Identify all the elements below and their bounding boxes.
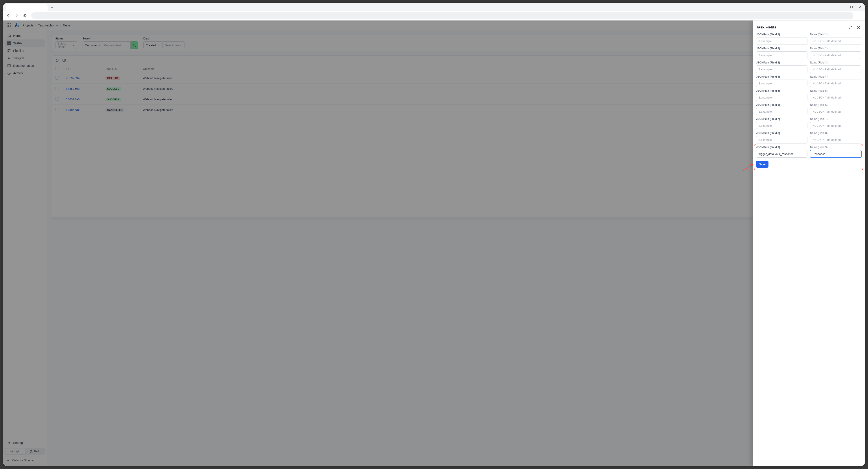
- crumb-current[interactable]: Tasks: [63, 24, 71, 27]
- crumb-projects[interactable]: Projects: [23, 24, 34, 27]
- search-button[interactable]: [131, 41, 138, 49]
- row-checkbox[interactable]: [55, 87, 59, 90]
- row-checkbox[interactable]: [55, 97, 59, 101]
- jsonpath-input-8[interactable]: [756, 136, 807, 144]
- jsonpath-label: JSONPath (Field 7): [756, 117, 807, 121]
- sidebar-item-label: Home: [13, 34, 21, 37]
- jsonpath-input-1[interactable]: [756, 37, 807, 45]
- name-input-2[interactable]: [810, 51, 861, 59]
- jsonpath-input-5[interactable]: [756, 94, 807, 101]
- row-checkbox[interactable]: [55, 108, 59, 111]
- jsonpath-input-2[interactable]: [756, 51, 807, 59]
- jsonpath-input-6[interactable]: [756, 108, 807, 115]
- name-input-3[interactable]: [810, 65, 861, 73]
- collapse-sidebar-button[interactable]: Collapse Sidebar: [5, 456, 45, 464]
- name-input-1[interactable]: [810, 37, 861, 45]
- refresh-button[interactable]: [56, 58, 59, 62]
- search-type-value: Outcome: [85, 43, 97, 47]
- theme-dark-button[interactable]: Dark: [25, 448, 45, 454]
- date-range-input[interactable]: Select dates: [163, 41, 185, 49]
- jsonpath-input-4[interactable]: [756, 80, 807, 87]
- svg-point-16: [8, 442, 9, 443]
- browser-menu-button[interactable]: ⋮: [857, 12, 863, 19]
- svg-point-6: [18, 25, 19, 27]
- sidebar-item-tasks[interactable]: Tasks: [5, 39, 45, 47]
- breadcrumb: Projects / Test webbot / Tasks: [23, 24, 71, 27]
- task-id-link[interactable]: 5603f8a6: [66, 98, 80, 101]
- task-id-link[interactable]: e6f97c94: [66, 77, 80, 80]
- table-row[interactable]: 5603f8a6SUCCESSWebbot: Navigate failed: [52, 94, 860, 105]
- sidebar-item-triggers[interactable]: Triggers: [5, 54, 45, 62]
- browser-tab[interactable]: [6, 4, 48, 11]
- sidebar-item-home[interactable]: Home: [5, 32, 45, 39]
- maximize-button[interactable]: [848, 4, 854, 10]
- horizontal-scrollbar[interactable]: [52, 217, 860, 220]
- tasks-table-card: ID Status⇅ Outcome e6f97c94FAILUREWebbot…: [52, 55, 860, 220]
- minimize-button[interactable]: [840, 4, 845, 10]
- close-drawer-button[interactable]: [856, 25, 861, 30]
- crumb-project-label: Test webbot: [38, 24, 54, 27]
- back-button[interactable]: [5, 12, 11, 19]
- svg-rect-20: [63, 59, 65, 61]
- filter-label-date: Date: [143, 37, 185, 40]
- panel-toggle-button[interactable]: [62, 58, 66, 62]
- reload-button[interactable]: [22, 12, 28, 19]
- url-bar[interactable]: [31, 12, 854, 19]
- status-select[interactable]: Select status: [55, 41, 77, 49]
- column-header-outcome[interactable]: Outcome: [140, 65, 860, 73]
- date-type-select[interactable]: Created: [143, 41, 163, 49]
- sidebar-item-label: Pipeline: [13, 49, 24, 53]
- status-badge: SUCCESS: [105, 87, 121, 91]
- forward-button[interactable]: [13, 12, 20, 19]
- svg-rect-10: [7, 43, 8, 45]
- filter-label-search: Search: [83, 37, 138, 40]
- name-input-8[interactable]: [810, 136, 861, 144]
- gear-icon: [7, 441, 11, 445]
- name-input-9[interactable]: [810, 150, 861, 157]
- save-button[interactable]: Save: [756, 161, 769, 168]
- outcome-cell: Webbot: Navigate failed: [140, 105, 860, 115]
- sidebar-item-settings[interactable]: Settings: [5, 439, 45, 446]
- brand-logo[interactable]: [14, 23, 20, 28]
- field-row-4: JSONPath (Field 4)Name (Field 4): [756, 75, 861, 87]
- column-header-status[interactable]: Status⇅: [102, 65, 140, 73]
- sidebar-item-documentation[interactable]: Documentation: [5, 62, 45, 69]
- sidebar-item-pipeline[interactable]: Pipeline: [5, 47, 45, 54]
- theme-light-button[interactable]: Light: [5, 448, 25, 454]
- outcome-cell: Webbot: Navigate failed: [140, 84, 860, 94]
- jsonpath-input-7[interactable]: [756, 122, 807, 129]
- row-checkbox[interactable]: [55, 76, 59, 80]
- name-input-5[interactable]: [810, 94, 861, 101]
- select-all-checkbox[interactable]: [55, 67, 59, 70]
- task-id-link[interactable]: 6988a7dc: [66, 108, 80, 112]
- breadcrumb-separator: /: [60, 24, 61, 27]
- close-window-button[interactable]: [858, 4, 863, 10]
- name-label: Name (Field 9): [810, 146, 861, 149]
- plus-icon: +: [51, 5, 53, 9]
- status-badge: SUCCESS: [105, 98, 121, 101]
- browser-chrome: + ⋮: [3, 3, 865, 21]
- jsonpath-input-9[interactable]: [756, 150, 807, 157]
- column-header-id[interactable]: ID: [63, 65, 102, 73]
- outcome-cell: Webbot: Navigate failed: [140, 73, 860, 84]
- breadcrumb-separator: /: [35, 24, 36, 27]
- task-id-link[interactable]: 848583ea: [66, 87, 80, 90]
- theme-light-label: Light: [14, 450, 20, 453]
- apps-grid-icon[interactable]: [7, 23, 11, 28]
- expand-drawer-button[interactable]: [847, 25, 853, 30]
- table-row[interactable]: 6988a7dcCANCELLEDWebbot: Navigate failed: [52, 105, 860, 115]
- crumb-project[interactable]: Test webbot: [38, 24, 58, 27]
- svg-point-17: [11, 451, 12, 452]
- name-input-6[interactable]: [810, 108, 861, 115]
- search-text-input[interactable]: Contains text…: [102, 41, 131, 49]
- svg-rect-11: [9, 43, 10, 45]
- jsonpath-input-3[interactable]: [756, 65, 807, 73]
- jsonpath-label: JSONPath (Field 3): [756, 61, 807, 64]
- search-type-select[interactable]: Outcome: [83, 41, 102, 49]
- name-input-7[interactable]: [810, 122, 861, 129]
- table-row[interactable]: 848583eaSUCCESSWebbot: Navigate failed: [52, 84, 860, 94]
- new-tab-button[interactable]: +: [49, 4, 55, 10]
- name-input-4[interactable]: [810, 80, 861, 87]
- sidebar-item-activity[interactable]: Activity: [5, 69, 45, 77]
- table-row[interactable]: e6f97c94FAILUREWebbot: Navigate failed: [52, 73, 860, 84]
